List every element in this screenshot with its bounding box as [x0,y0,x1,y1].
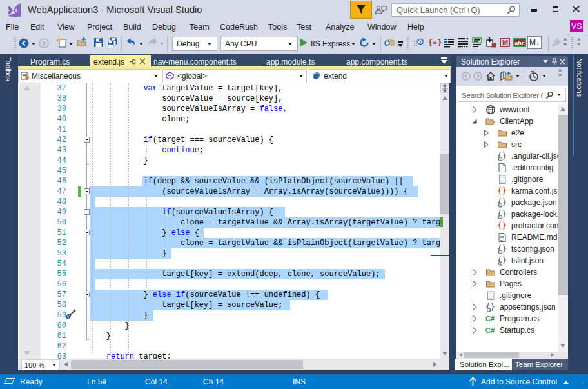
svg-text:C#: C# [485,315,495,323]
svg-text:C#: C# [485,326,495,334]
